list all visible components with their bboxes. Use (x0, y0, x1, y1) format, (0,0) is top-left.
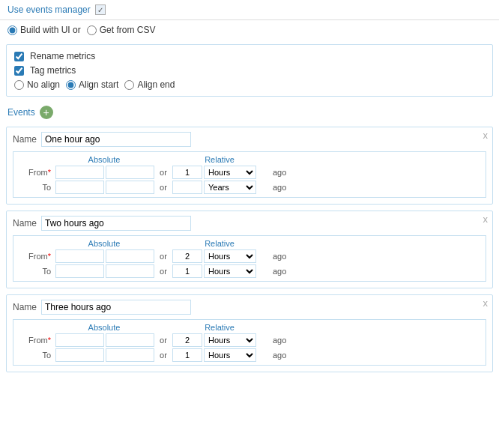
options-section: Rename metrics Tag metrics No align Alig… (6, 44, 493, 97)
from-ago-2: ago (273, 252, 295, 261)
to-or-3: or (156, 351, 171, 360)
relative-header-2: Relative (171, 239, 268, 248)
to-ago-3: ago (273, 351, 295, 360)
align-end-option[interactable]: Align end (124, 79, 175, 90)
rename-metrics-checkbox[interactable] (14, 52, 24, 61)
to-ago-2: ago (273, 267, 295, 276)
to-abs2-2[interactable] (106, 264, 154, 278)
to-rel-num-3[interactable] (172, 348, 202, 362)
build-options-row: Build with UI or Get from CSV (0, 20, 499, 40)
get-csv-option[interactable]: Get from CSV (87, 25, 156, 35)
to-unit-select-3[interactable]: HoursDaysWeeksMonthsYears (204, 348, 256, 362)
to-abs1-1[interactable] (55, 181, 104, 194)
from-unit-select-2[interactable]: HoursDaysWeeksMonthsYears (204, 249, 256, 263)
from-abs1-3[interactable] (55, 333, 104, 347)
date-grid-header-1: Absolute Relative (16, 155, 483, 164)
from-unit-select-3[interactable]: HoursDaysWeeksMonthsYears (204, 333, 256, 347)
build-ui-label: Build with UI or (20, 25, 81, 35)
to-label-3: To (16, 351, 54, 360)
from-abs2-2[interactable] (106, 249, 154, 263)
name-label-1: Name (13, 134, 37, 145)
events-label: Events (7, 107, 35, 118)
get-csv-radio[interactable] (87, 25, 97, 35)
relative-header-1: Relative (171, 155, 268, 164)
relative-header-3: Relative (171, 323, 268, 332)
use-events-checkbox[interactable] (95, 4, 106, 15)
date-grid-3: Absolute Relative From* or HoursDaysWeek… (13, 319, 486, 366)
to-or-2: or (156, 267, 171, 276)
add-event-button[interactable]: + (40, 106, 53, 119)
no-align-option[interactable]: No align (14, 79, 60, 90)
event-close-1[interactable]: x (483, 130, 489, 140)
absolute-header-1: Absolute (55, 155, 153, 164)
event-name-input-2[interactable] (41, 216, 191, 231)
tag-metrics-label: Tag metrics (30, 65, 76, 76)
to-label-2: To (16, 267, 54, 276)
event-name-row-2: Name (13, 216, 486, 231)
from-unit-select-1[interactable]: HoursDaysWeeksMonthsYears (204, 166, 256, 179)
tag-metrics-checkbox[interactable] (14, 66, 24, 76)
date-grid-header-2: Absolute Relative (16, 239, 483, 248)
from-ago-3: ago (273, 336, 295, 345)
from-abs1-1[interactable] (55, 166, 104, 179)
from-rel-num-1[interactable] (172, 166, 202, 179)
to-ago-1: ago (273, 183, 295, 192)
no-align-radio[interactable] (14, 80, 24, 90)
use-events-label: Use events manager (7, 4, 91, 15)
align-end-radio[interactable] (124, 80, 134, 90)
from-abs2-1[interactable] (106, 166, 154, 179)
event-name-input-1[interactable] (41, 132, 191, 147)
from-or-2: or (156, 252, 171, 261)
align-end-label: Align end (137, 79, 175, 90)
build-ui-option[interactable]: Build with UI or (7, 25, 81, 35)
to-or-1: or (156, 183, 171, 192)
absolute-header-3: Absolute (55, 323, 153, 332)
event-card-1: x Name Absolute Relative From* or HoursD… (6, 127, 493, 205)
to-row-1: To or HoursDaysWeeksMonthsYears ago (16, 181, 483, 194)
to-rel-num-2[interactable] (172, 264, 202, 278)
from-abs1-2[interactable] (55, 249, 104, 263)
to-abs2-3[interactable] (106, 348, 154, 362)
to-unit-select-1[interactable]: HoursDaysWeeksMonthsYears (204, 181, 256, 194)
from-or-1: or (156, 168, 171, 177)
event-name-row-3: Name (13, 300, 486, 315)
to-label-1: To (16, 183, 54, 192)
date-grid-1: Absolute Relative From* or HoursDaysWeek… (13, 151, 486, 198)
event-name-input-3[interactable] (41, 300, 191, 315)
get-csv-label: Get from CSV (100, 25, 156, 35)
event-close-3[interactable]: x (483, 298, 489, 308)
from-label-3: From* (16, 336, 54, 345)
event-card-2: x Name Absolute Relative From* or HoursD… (6, 211, 493, 288)
to-unit-select-2[interactable]: HoursDaysWeeksMonthsYears (204, 264, 256, 278)
align-start-option[interactable]: Align start (66, 79, 118, 90)
align-start-label: Align start (79, 79, 118, 90)
rename-metrics-row: Rename metrics (14, 51, 485, 61)
events-header: Events + (0, 101, 499, 124)
date-grid-header-3: Absolute Relative (16, 323, 483, 332)
from-or-3: or (156, 336, 171, 345)
from-row-1: From* or HoursDaysWeeksMonthsYears ago (16, 166, 483, 179)
align-start-radio[interactable] (66, 80, 76, 90)
from-row-3: From* or HoursDaysWeeksMonthsYears ago (16, 333, 483, 347)
no-align-label: No align (27, 79, 60, 90)
align-options-row: No align Align start Align end (14, 79, 485, 90)
to-abs1-2[interactable] (55, 264, 104, 278)
from-rel-num-3[interactable] (172, 333, 202, 347)
to-rel-num-1[interactable] (172, 181, 202, 194)
events-container: x Name Absolute Relative From* or HoursD… (0, 127, 499, 372)
from-rel-num-2[interactable] (172, 249, 202, 263)
from-label-1: From* (16, 168, 54, 177)
to-abs1-3[interactable] (55, 348, 104, 362)
build-ui-radio[interactable] (7, 25, 17, 35)
from-abs2-3[interactable] (106, 333, 154, 347)
to-abs2-1[interactable] (106, 181, 154, 194)
to-row-2: To or HoursDaysWeeksMonthsYears ago (16, 264, 483, 278)
from-label-2: From* (16, 252, 54, 261)
event-name-row-1: Name (13, 132, 486, 147)
event-close-2[interactable]: x (483, 214, 489, 224)
from-row-2: From* or HoursDaysWeeksMonthsYears ago (16, 249, 483, 263)
to-row-3: To or HoursDaysWeeksMonthsYears ago (16, 348, 483, 362)
event-card-3: x Name Absolute Relative From* or HoursD… (6, 294, 493, 372)
name-label-2: Name (13, 218, 37, 228)
tag-metrics-row: Tag metrics (14, 65, 485, 76)
